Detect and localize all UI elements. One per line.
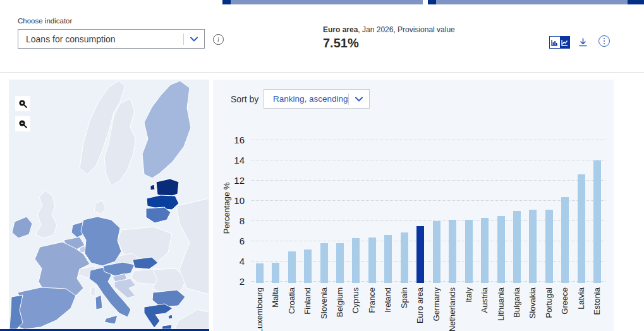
tab-strip-cap <box>428 0 436 4</box>
bar-germany[interactable] <box>433 221 440 283</box>
bar-lithuania[interactable] <box>497 216 505 283</box>
x-axis-label: Bulgaria <box>511 287 523 331</box>
bar-belgium[interactable] <box>336 243 344 283</box>
indicator-dropdown-value: Loans for consumption <box>18 34 183 44</box>
x-axis-label: Spain <box>399 287 410 331</box>
x-axis-label: Ireland <box>382 287 394 331</box>
x-axis-label: Belgium <box>334 287 346 331</box>
x-axis-label: France <box>367 287 378 331</box>
bar-slovakia[interactable] <box>529 210 537 283</box>
more-options-icon[interactable] <box>598 35 611 47</box>
y-tick-label: 2 <box>213 276 245 287</box>
map-country-corsica[interactable] <box>90 286 96 296</box>
x-axis-label: Luxembourg <box>254 287 265 331</box>
chevron-down-icon <box>349 97 369 102</box>
bar-croatia[interactable] <box>288 251 296 283</box>
bar-estonia[interactable] <box>593 160 601 283</box>
chart-type-toggle[interactable] <box>549 36 570 49</box>
x-axis-label: Slovenia <box>319 287 330 331</box>
x-axis-label: Croatia <box>286 287 298 331</box>
headline: Euro area, Jan 2026, Provisional value 7… <box>323 25 455 51</box>
x-axis-label: Cyprus <box>350 287 361 331</box>
indicator-dropdown[interactable]: Loans for consumption <box>18 29 205 49</box>
bar-latvia[interactable] <box>578 174 585 283</box>
tab-strip-right[interactable] <box>428 0 644 4</box>
x-axis-label: Greece <box>559 287 571 331</box>
map-zoom-out-button[interactable] <box>15 116 30 131</box>
bar-malta[interactable] <box>272 263 279 283</box>
x-axis-label: Italy <box>463 287 475 331</box>
y-tick-label: 14 <box>213 155 245 166</box>
plot-area <box>252 132 605 283</box>
bar-chart-panel: Sort by Ranking, ascending Percentage % … <box>213 80 614 331</box>
bar-spain[interactable] <box>401 232 408 283</box>
sort-dropdown-value: Ranking, ascending <box>264 94 348 104</box>
headline-caption-rest: , Jan 2026, Provisional value <box>358 25 454 34</box>
x-axis-label: Slovakia <box>527 287 538 331</box>
x-axis-label: Estonia <box>592 287 603 331</box>
y-tick-label: 8 <box>213 215 245 226</box>
x-axis-label: Portugal <box>544 287 555 331</box>
gridline <box>252 140 605 140</box>
choose-indicator-label: Choose indicator <box>18 17 72 25</box>
europe-choropleth-map[interactable] <box>9 80 209 329</box>
y-tick-label: 10 <box>213 195 245 206</box>
info-icon[interactable]: i <box>213 34 224 45</box>
bar-italy[interactable] <box>465 220 473 283</box>
bar-finland[interactable] <box>304 250 312 283</box>
gridline <box>252 200 605 201</box>
bar-chart-view-icon[interactable] <box>550 37 560 48</box>
x-axis-label: Germany <box>431 287 442 331</box>
bar-austria[interactable] <box>481 218 489 283</box>
tab-strip-left[interactable] <box>222 0 423 4</box>
bar-luxembourg[interactable] <box>256 263 264 283</box>
line-chart-view-icon[interactable] <box>560 37 570 48</box>
x-axis-label: Malta <box>270 287 281 331</box>
x-axis-label: Latvia <box>576 287 587 331</box>
y-tick-label: 16 <box>213 135 245 145</box>
tab-strip-cap <box>628 0 644 4</box>
y-tick-label: 4 <box>213 256 245 267</box>
bar-ireland[interactable] <box>384 235 392 283</box>
bar-netherlands[interactable] <box>449 220 456 283</box>
headline-region: Euro area <box>323 25 358 34</box>
tab-strip-cap <box>222 0 231 4</box>
bar-portugal[interactable] <box>545 210 553 283</box>
gridline <box>252 180 605 181</box>
bar-euro-area[interactable] <box>416 226 424 283</box>
download-icon[interactable] <box>576 36 589 49</box>
header-divider <box>0 72 644 73</box>
x-axis-label: Austria <box>479 287 490 331</box>
y-tick-label: 12 <box>213 175 245 186</box>
chevron-down-icon <box>184 37 204 42</box>
europe-map-panel <box>9 80 209 329</box>
x-axis-label: Netherlands <box>447 287 458 331</box>
bar-bulgaria[interactable] <box>513 211 521 283</box>
sort-dropdown[interactable]: Ranking, ascending <box>264 89 370 109</box>
headline-caption: Euro area, Jan 2026, Provisional value <box>323 25 455 34</box>
x-axis-label: Finland <box>302 287 313 331</box>
x-axis-label: Euro area <box>415 287 426 331</box>
y-tick-label: 6 <box>213 236 245 246</box>
headline-value: 7.51% <box>323 36 455 51</box>
bar-slovenia[interactable] <box>320 243 328 283</box>
bar-france[interactable] <box>368 238 376 283</box>
map-zoom-in-button[interactable] <box>15 96 30 111</box>
bar-cyprus[interactable] <box>352 238 360 283</box>
x-axis-label: Lithuania <box>495 287 507 331</box>
gridline <box>252 160 605 160</box>
bar-greece[interactable] <box>561 197 569 283</box>
sort-by-label: Sort by <box>231 94 258 104</box>
